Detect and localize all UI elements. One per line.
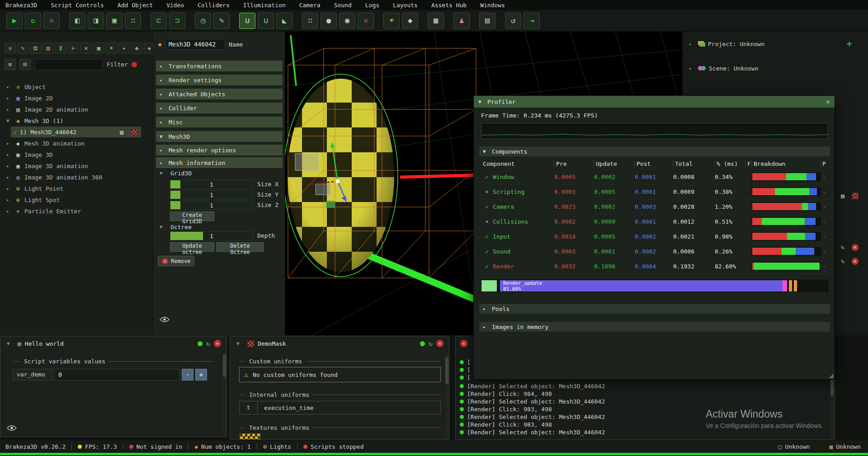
wrench-tool-icon[interactable]: ⚒ [5,42,16,54]
caret-icon[interactable]: ▸ [6,152,14,158]
light-button[interactable]: ☀ [383,13,400,29]
check-icon[interactable]: ✓ [14,129,17,136]
vertex-points-button[interactable]: ∷ [302,13,318,29]
mesh-mask-icon[interactable] [131,129,137,136]
tree-item-particle-emitter[interactable]: ▸∗Particle Emitter [0,206,153,216]
menu-sound[interactable]: Sound [334,2,352,9]
tree-item-mesh3d-group[interactable]: ▼◆Mesh 3D (1) [0,115,153,126]
caret-icon[interactable]: ▸ [6,95,14,101]
bulb-tool-icon[interactable]: ☀ [106,42,117,54]
caret-icon[interactable]: ▼ [236,341,244,347]
bezier-button[interactable]: ✎ [213,13,230,29]
grid3d-size-x-slider[interactable]: 1 [170,180,253,189]
close-panel-icon[interactable]: ✕ [214,340,221,347]
menu-windows[interactable]: Windows [480,2,505,9]
reload-button[interactable]: ↻ [25,13,41,29]
tree-item-image3d-anim-360[interactable]: ▸◎Image 3D animation 360 [0,172,153,183]
play-button[interactable]: ▶ [6,13,23,29]
visibility-eye-icon[interactable] [160,316,170,324]
new-window-button[interactable]: ◨ [88,13,104,29]
transform-button[interactable]: ◣ [276,13,292,29]
snap-grid-button[interactable]: ∷ [125,13,141,29]
image-panel-button[interactable]: ▣ [106,13,123,29]
caret-icon[interactable]: ▸ [6,208,14,214]
capture-button[interactable]: ▤ [479,13,495,29]
row-collapse[interactable]: - [821,263,828,270]
menu-illumination[interactable]: Illumination [243,2,286,9]
duplicate-tool-icon[interactable]: ⧉ [30,42,41,54]
split-view-button[interactable]: ◧ [69,13,85,29]
tree-item-image3d[interactable]: ▸▣Image 3D [0,149,153,160]
mesh-doc-icon[interactable]: ▤ [120,129,123,136]
visibility-eye-icon[interactable] [7,425,17,432]
caret-icon[interactable]: ▼ [6,118,14,124]
tree-item-light-point[interactable]: ▸⊙Light Point [0,183,153,194]
row-collapse[interactable]: - [821,188,828,195]
delete-tool-button[interactable]: ✕ [358,13,374,29]
component-toggle[interactable]: ✓ [481,233,493,240]
component-toggle[interactable]: ● [481,189,493,194]
row-collapse[interactable]: - [821,203,828,210]
magnet-off-button[interactable]: ∪ [258,13,274,29]
octree-node[interactable]: ▼Octree [160,224,192,230]
project-row[interactable]: ▸ Project: Unknown [683,38,868,50]
section-misc[interactable]: ▸Misc [156,117,283,127]
sphere-tool-button[interactable]: ◉ [339,13,355,29]
menu-assets-hub[interactable]: Assets Hub [431,2,467,9]
coins-tool-icon[interactable]: ▤ [42,42,54,54]
reload-script-icon[interactable]: ↻ [206,339,210,348]
scene-row[interactable]: ▸ Scene: Unknown [683,62,868,74]
section-attached-objects[interactable]: ▸Attached Objects [156,89,283,99]
caret-icon[interactable]: ▸ [6,107,14,113]
cube-tool-button[interactable]: ◆ [402,13,418,29]
add-project-button[interactable]: + [846,38,852,49]
tree-item-object[interactable]: ▸⚒Object [0,81,153,92]
section-collider[interactable]: ▸Collider [156,103,283,113]
component-toggle[interactable]: ✓ [481,248,493,255]
components-header[interactable]: ▼Components [479,146,830,156]
tree-item-mesh3d-anim[interactable]: ▸◆Mesh 3D animation [0,138,153,149]
tree-item-image2d[interactable]: ▸▣Image 2D [0,93,153,103]
component-toggle[interactable]: ● [481,219,493,224]
circle-tool-button[interactable]: ● [321,13,337,29]
caret-icon[interactable]: ▸ [689,66,696,71]
images-memory-header[interactable]: ▸Images in memory [479,322,830,332]
sparkle-tool-icon[interactable]: ✦ [118,42,130,54]
section-mesh-information[interactable]: ▸Mesh information [156,157,283,168]
hierarchy-tool-icon[interactable]: ⊻ [55,42,66,54]
tree-item-image3d-anim[interactable]: ▸▣Image 3D animation [0,160,153,171]
section-mesh-render-options[interactable]: ▸Mesh render options [156,145,283,155]
create-grid3d-button[interactable]: Create Grid3D [170,212,214,221]
profiler-titlebar[interactable]: ▼ Profiler ✕ [474,96,835,108]
magnet-on-button[interactable]: ∪ [239,13,255,29]
tree-item-mesh3d-446042[interactable]: ✓ 1) Mesh3D_446042 ▤ [0,127,153,137]
menu-layouts[interactable]: Layouts [393,2,418,9]
edit-pencil-icon[interactable]: ✎ [838,257,848,266]
pools-header[interactable]: ▸Pools [479,304,830,314]
menu-icon[interactable]: ≡ [5,59,16,70]
component-toggle[interactable]: ✓ [481,203,493,210]
caret-icon[interactable]: ▼ [478,99,484,105]
mesh-mask-icon[interactable] [852,193,859,199]
container-open-button[interactable]: ⊏ [151,13,167,29]
object-name-input[interactable] [165,39,225,50]
filter-clear-icon[interactable] [132,62,137,67]
menu-script-controls[interactable]: Script Controls [51,2,104,9]
caret-icon[interactable]: ▸ [6,84,14,90]
delete-x-icon[interactable]: ✕ [852,258,859,265]
tree-item-image2d-anim[interactable]: ▸▤Image 2D animation [0,104,153,115]
tree-item-light-spot[interactable]: ▸⊙Light Spot [0,194,153,205]
character-button[interactable]: ♟ [453,13,470,29]
container-close-button[interactable]: ⊐ [169,13,185,29]
mesh-doc-icon[interactable]: ▤ [838,192,848,201]
octree-depth-slider[interactable]: 1 [170,231,253,240]
grid-toggle-button[interactable]: ▦ [428,13,444,29]
selected-row[interactable]: ✓ 1) Mesh3D_446042 ▤ [11,127,141,137]
move-tool-icon[interactable]: ✥ [131,42,142,54]
menu-camera[interactable]: Camera [299,2,321,9]
grid3d-size-y-slider[interactable]: 1 [170,190,253,199]
frame-tool-icon[interactable]: ▣ [93,42,104,54]
ruler-tool-icon[interactable]: ⊢ [68,42,79,54]
menu-add-object[interactable]: Add Object [118,2,153,9]
section-transformations[interactable]: ▸Transformations [156,61,283,71]
